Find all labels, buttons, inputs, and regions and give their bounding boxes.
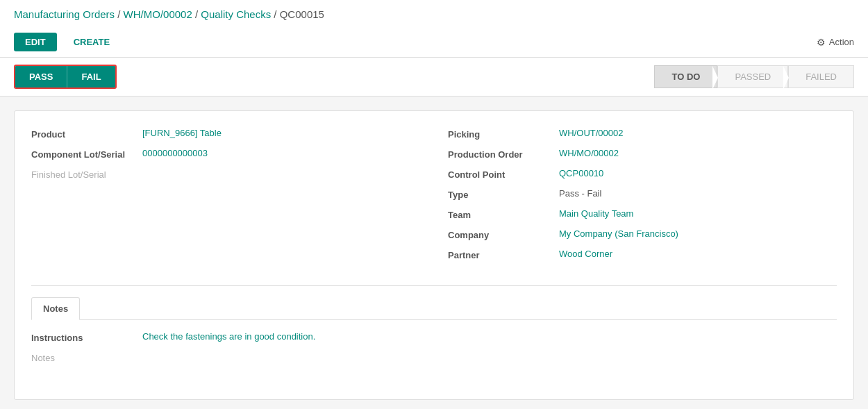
breadcrumb-sep1: / [117,8,123,20]
product-label: Product [31,128,142,140]
production-order-label: Production Order [448,148,559,160]
component-lot-label: Component Lot/Serial [31,148,142,160]
partner-value[interactable]: Wood Corner [559,249,612,259]
form-right: Picking WH/OUT/00002 Production Order WH… [448,128,837,269]
tab-bar: Notes [31,297,837,320]
pass-fail-group: PASS FAIL [14,65,117,89]
edit-button[interactable]: EDIT [14,33,57,51]
gear-icon: ⚙ [817,37,826,48]
create-button[interactable]: CREATE [62,33,121,51]
notes-label: Notes [31,351,142,363]
breadcrumb-manufacturing[interactable]: Manufacturing Orders [14,8,115,20]
toolbar: EDIT CREATE ⚙ Action [14,27,854,57]
breadcrumb: Manufacturing Orders / WH/MO/00002 / Qua… [14,8,854,20]
status-step-todo[interactable]: TO DO [654,65,717,88]
company-field-row: Company My Company (San Francisco) [448,228,837,240]
component-lot-value[interactable]: 0000000000003 [142,148,208,158]
breadcrumb-mo[interactable]: WH/MO/00002 [124,8,192,20]
action-button[interactable]: ⚙ Action [817,37,854,48]
finished-lot-label: Finished Lot/Serial [31,168,142,180]
tab-notes[interactable]: Notes [31,297,80,320]
control-point-value[interactable]: QCP00010 [559,168,603,178]
partner-label: Partner [448,249,559,260]
team-field-row: Team Main Quality Team [448,208,837,220]
content-area: Product [FURN_9666] Table Component Lot/… [0,97,868,409]
type-field-row: Type Pass - Fail [448,188,837,200]
pass-button[interactable]: PASS [15,66,67,87]
notes-field-row: Notes [31,351,837,363]
product-value[interactable]: [FURN_9666] Table [142,128,222,138]
status-step-passed[interactable]: PASSED [717,65,788,88]
picking-field-row: Picking WH/OUT/00002 [448,128,837,140]
production-order-field-row: Production Order WH/MO/00002 [448,148,837,160]
type-label: Type [448,188,559,200]
breadcrumb-quality-checks[interactable]: Quality Checks [201,8,271,20]
status-steps: TO DO PASSED FAILED [654,65,854,88]
company-value[interactable]: My Company (San Francisco) [559,228,678,239]
production-order-value[interactable]: WH/MO/00002 [559,148,619,158]
form-card: Product [FURN_9666] Table Component Lot/… [14,110,854,400]
notes-content: Instructions Check the fastenings are in… [31,320,837,383]
notes-section: Notes Instructions Check the fastenings … [31,285,837,383]
instructions-field-row: Instructions Check the fastenings are in… [31,331,837,343]
instructions-label: Instructions [31,331,142,343]
instructions-value: Check the fastenings are in good conditi… [142,331,315,342]
status-bar: PASS FAIL TO DO PASSED FAILED [0,58,868,97]
status-step-failed[interactable]: FAILED [788,65,854,88]
finished-lot-field-row: Finished Lot/Serial [31,168,420,180]
breadcrumb-qc: QC00015 [280,8,324,20]
type-value: Pass - Fail [559,188,601,199]
fail-button[interactable]: FAIL [67,66,115,87]
breadcrumb-sep3: / [274,8,279,20]
team-value[interactable]: Main Quality Team [559,208,633,219]
form-fields: Product [FURN_9666] Table Component Lot/… [31,128,837,269]
action-label: Action [829,37,854,47]
team-label: Team [448,208,559,220]
top-bar: Manufacturing Orders / WH/MO/00002 / Qua… [0,0,868,58]
product-field-row: Product [FURN_9666] Table [31,128,420,140]
form-left: Product [FURN_9666] Table Component Lot/… [31,128,420,269]
partner-field-row: Partner Wood Corner [448,249,837,260]
picking-label: Picking [448,128,559,140]
component-lot-field-row: Component Lot/Serial 0000000000003 [31,148,420,160]
control-point-label: Control Point [448,168,559,180]
picking-value[interactable]: WH/OUT/00002 [559,128,623,138]
control-point-field-row: Control Point QCP00010 [448,168,837,180]
company-label: Company [448,228,559,240]
